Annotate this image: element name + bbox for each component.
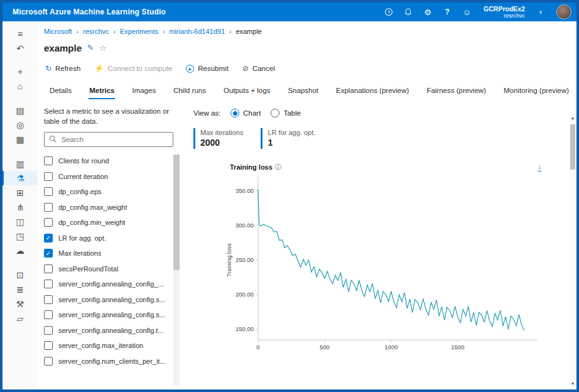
radio-chart-icon[interactable] [230,109,239,117]
sidebar-item-experiments[interactable]: ⚗ [3,171,38,185]
data-labeling-icon: ▱ [17,314,24,323]
search-input[interactable] [60,135,168,144]
metric-list-item[interactable]: server_config.annealing_config.s... [44,292,170,308]
sidebar-item-pipelines[interactable]: ⋔ [3,200,38,214]
sidebar-item-notebooks[interactable]: ▤ [3,103,38,117]
metric-list-item[interactable]: server_config.annealing_config.s... [44,307,170,323]
compute-icon: ⊡ [16,271,24,280]
tab-monitoring-preview[interactable]: Monitoring (preview) [503,84,570,99]
checkbox[interactable] [44,203,53,212]
breadcrumb-separator-icon: › [163,28,165,35]
breadcrumb-item-3[interactable]: Experiments [120,28,158,35]
metric-list-item[interactable]: server_config.max_iteration [44,338,170,354]
tab-outputs-logs[interactable]: Outputs + logs [223,84,271,99]
scroll-up-icon[interactable]: ▲ [569,116,576,120]
metric-list-item[interactable]: server_config.annealing_config.t... [44,323,170,339]
view-as-chart-option[interactable]: Chart [230,109,261,117]
sidebar-item-data-labeling[interactable]: ▱ [3,311,38,325]
metric-label: server_config.max_iteration [58,342,143,349]
sidebar-item-automated-ml[interactable]: ◎ [3,117,38,132]
sidebar-item-back[interactable]: ↶ [3,41,38,55]
metric-list-item[interactable]: secsPerRoundTotal [44,261,170,277]
metric-list-item[interactable]: dp_config.max_weight [44,200,170,215]
settings-icon[interactable]: ⚙ [423,7,433,17]
metric-list-item[interactable]: ✓Max iterations [44,246,170,261]
sidebar-spacer [3,258,38,268]
checkbox[interactable] [44,218,53,227]
metric-card-value: 1 [268,138,315,148]
checkbox[interactable] [44,156,53,165]
metric-list-item[interactable]: ✓LR for agg. opt. [44,231,170,246]
checkbox[interactable] [44,280,53,288]
sidebar-item-linked-services[interactable]: ⚒ [3,297,38,311]
checkbox[interactable] [44,187,53,196]
metric-list-item[interactable]: Clients for round [44,153,170,169]
checkbox[interactable] [44,172,53,181]
sidebar-item-endpoints[interactable]: ◳ [3,229,38,243]
avatar[interactable] [556,4,571,19]
sidebar-item-models[interactable]: ◫ [3,214,38,229]
favorite-star-icon[interactable]: ☆ [99,43,107,53]
breadcrumb-item-4[interactable]: mirianh-6d141d91 [169,28,225,35]
feedback-icon[interactable]: ☺ [462,7,472,17]
checkbox[interactable] [44,264,53,273]
view-as-table-option[interactable]: Table [271,109,301,117]
account-info[interactable]: GCRProdEx2 resrchvc [484,5,525,19]
sidebar-item-designer[interactable]: ▦ [3,132,38,146]
checkbox[interactable] [44,310,53,319]
svg-text:500: 500 [320,344,330,351]
checkbox[interactable] [44,295,53,304]
help-icon[interactable]: ? [442,7,452,17]
resubmit-button[interactable]: ▶ Resubmit [186,65,229,73]
sidebar-item-new[interactable]: + [3,64,38,79]
metric-list-scrollbar[interactable] [173,155,180,386]
metric-list-item[interactable]: dp_config.min_weight [44,215,170,231]
page-scroll-thumb[interactable] [570,124,575,170]
metric-list-item[interactable]: dp_config.eps [44,184,170,200]
cancel-button[interactable]: ⊘ Cancel [242,65,275,72]
notifications-icon[interactable] [403,7,413,17]
refresh-button[interactable]: ↻ Refresh [45,65,80,72]
info-icon[interactable]: ⓘ [275,163,281,172]
tab-child-runs[interactable]: Child runs [173,84,207,99]
tab-details[interactable]: Details [49,84,72,99]
checkbox[interactable] [44,357,53,366]
radio-table-icon[interactable] [271,109,279,117]
sidebar-item-components[interactable]: ⊞ [3,185,38,200]
chevron-down-icon[interactable]: ∨ [536,7,546,17]
environments-icon: ☁ [16,246,24,255]
checkbox[interactable] [44,341,53,350]
sidebar-item-menu[interactable]: ≡ [3,26,38,41]
metric-list-item[interactable]: Current iteration [44,169,170,185]
checkbox[interactable] [44,326,53,335]
tab-metrics[interactable]: Metrics [89,84,115,99]
checked-checkbox[interactable]: ✓ [44,234,53,242]
edit-icon[interactable]: ✎ [87,43,94,52]
resubmit-label: Resubmit [198,65,229,72]
tab-snapshot[interactable]: Snapshot [287,84,319,99]
history-icon[interactable] [384,7,394,17]
sidebar-item-datasets[interactable]: ▥ [3,156,38,171]
topbar-actions: ⚙ ? ☺ GCRProdEx2 resrchvc ∨ [384,4,571,19]
metric-list-item[interactable]: server_config.num_clients_per_it... [44,354,170,369]
metric-list-item[interactable]: server_config.annealing_config_... [44,276,170,292]
download-icon[interactable]: ↓ [538,163,541,172]
checked-checkbox[interactable]: ✓ [44,249,53,258]
sidebar-item-environments[interactable]: ☁ [3,243,38,258]
tab-images[interactable]: Images [131,84,156,99]
metric-list-scroll-thumb[interactable] [173,155,180,270]
breadcrumb-item-2[interactable]: resrchvc [83,28,109,35]
sidebar-item-datastores[interactable]: ≣ [3,282,38,297]
sidebar-spacer [3,55,38,64]
page-scrollbar[interactable]: ▲ ▼ [569,114,576,387]
toolbar: ↻ Refresh ⚡ Connect to compute ▶ Resubmi… [38,59,576,78]
metric-search-box[interactable] [44,132,173,147]
new-icon: + [18,67,23,76]
scroll-down-icon[interactable]: ▼ [569,381,576,386]
breadcrumb-item-1[interactable]: Microsoft [44,28,72,35]
refresh-icon: ↻ [45,65,51,72]
sidebar-item-compute[interactable]: ⊡ [3,268,38,282]
tab-fairness-preview[interactable]: Fairness (preview) [426,84,487,99]
tab-explanations-preview[interactable]: Explanations (preview) [335,84,409,99]
sidebar-item-home[interactable]: ⌂ [3,79,38,93]
